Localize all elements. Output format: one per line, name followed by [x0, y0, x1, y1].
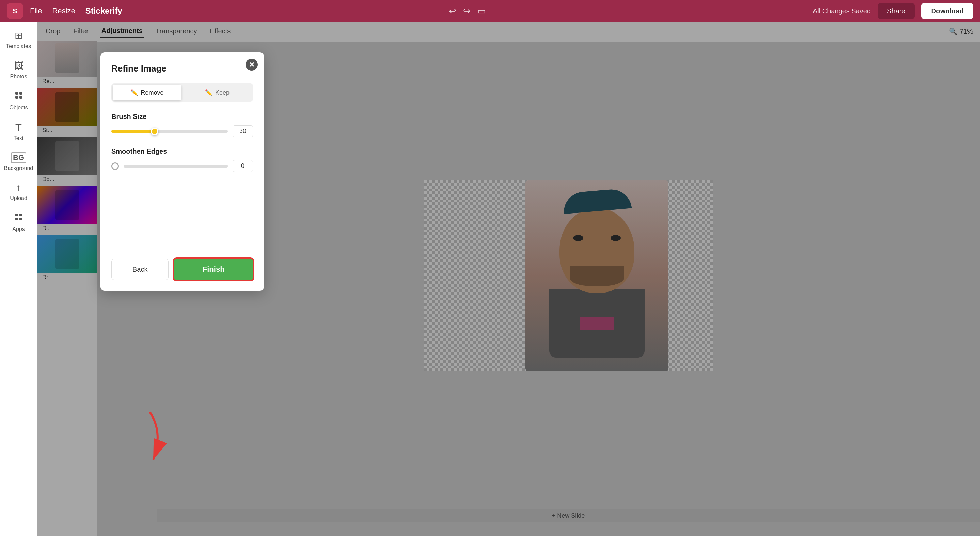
- resize-menu[interactable]: Resize: [52, 6, 75, 15]
- smoothen-slider[interactable]: [124, 165, 228, 167]
- keep-icon: ✏️: [205, 89, 213, 96]
- apps-icon: [14, 212, 24, 224]
- app-logo: S: [7, 3, 23, 19]
- sidebar-item-objects[interactable]: Objects: [0, 86, 37, 115]
- text-icon: T: [15, 122, 21, 133]
- brush-icon: ✏️: [130, 89, 138, 96]
- sidebar-item-text[interactable]: T Text: [0, 117, 37, 146]
- modal-footer: Back Finish: [111, 259, 253, 280]
- svg-rect-0: [15, 92, 18, 95]
- sidebar-item-apps[interactable]: Apps: [0, 207, 37, 237]
- brush-size-label: Brush Size: [111, 113, 253, 121]
- frame-button[interactable]: ▭: [477, 6, 486, 16]
- save-status: All Changes Saved: [813, 7, 871, 15]
- share-button[interactable]: Share: [878, 3, 915, 19]
- upload-icon: ↑: [16, 182, 21, 193]
- smoothen-value: 0: [232, 160, 253, 172]
- brush-size-slider[interactable]: [111, 130, 228, 133]
- objects-icon: [14, 91, 24, 102]
- undo-button[interactable]: ↩: [449, 6, 456, 16]
- smoothen-thumb[interactable]: [111, 162, 119, 170]
- sidebar-item-background[interactable]: BG Background: [0, 148, 37, 176]
- keep-label: Keep: [215, 89, 229, 96]
- brush-size-value: 30: [232, 125, 253, 137]
- sidebar-item-photos[interactable]: 🖼 Photos: [0, 56, 37, 84]
- keep-button[interactable]: ✏️ Keep: [183, 85, 251, 100]
- sidebar-label-upload: Upload: [10, 195, 27, 201]
- sidebar-label-photos: Photos: [10, 73, 27, 80]
- finish-button[interactable]: Finish: [174, 259, 253, 280]
- sidebar: ⊞ Templates 🖼 Photos Objects T Text BG B…: [0, 22, 37, 536]
- svg-rect-3: [19, 96, 22, 99]
- topbar-center-controls: ↩ ↪ ▭: [129, 6, 806, 16]
- sidebar-label-templates: Templates: [6, 43, 31, 49]
- svg-rect-1: [19, 92, 22, 95]
- red-arrow-annotation: [123, 405, 177, 475]
- background-icon: BG: [11, 152, 26, 163]
- topbar: S File Resize Stickerify ↩ ↪ ▭ All Chang…: [0, 0, 980, 22]
- modal-close-button[interactable]: ✕: [245, 59, 258, 71]
- brush-size-thumb[interactable]: [151, 128, 158, 135]
- photos-icon: 🖼: [14, 60, 24, 72]
- modal-overlay: ✕ Refine Image ✏️ Remove ✏️ Keep Brush S…: [37, 22, 980, 536]
- sidebar-item-templates[interactable]: ⊞ Templates: [0, 25, 37, 54]
- remove-keep-toggle: ✏️ Remove ✏️ Keep: [111, 83, 253, 102]
- refine-image-modal: ✕ Refine Image ✏️ Remove ✏️ Keep Brush S…: [100, 52, 264, 291]
- smoothen-edges-label: Smoothen Edges: [111, 148, 253, 155]
- remove-button[interactable]: ✏️ Remove: [113, 85, 181, 100]
- svg-rect-7: [19, 218, 22, 220]
- sidebar-item-upload[interactable]: ↑ Upload: [0, 177, 37, 206]
- file-menu[interactable]: File: [30, 6, 42, 15]
- smoothen-row: 0: [111, 160, 253, 172]
- svg-rect-6: [15, 218, 18, 220]
- brush-size-row: 30: [111, 125, 253, 137]
- app-title: Stickerify: [86, 6, 122, 16]
- redo-button[interactable]: ↪: [463, 6, 471, 16]
- sidebar-label-background: Background: [4, 165, 33, 171]
- sidebar-label-apps: Apps: [12, 226, 24, 232]
- templates-icon: ⊞: [14, 30, 22, 41]
- sidebar-label-text: Text: [14, 135, 24, 141]
- topbar-menu: File Resize: [30, 6, 75, 15]
- topbar-right: All Changes Saved Share Download: [813, 3, 973, 19]
- modal-title: Refine Image: [111, 64, 253, 74]
- svg-rect-2: [15, 96, 18, 99]
- back-button[interactable]: Back: [111, 259, 169, 280]
- remove-label: Remove: [141, 89, 164, 96]
- svg-rect-4: [15, 213, 18, 216]
- sidebar-label-objects: Objects: [9, 105, 28, 111]
- svg-rect-5: [19, 213, 22, 216]
- main-area: Crop Filter Adjustments Transparency Eff…: [37, 22, 980, 536]
- download-button[interactable]: Download: [921, 3, 973, 19]
